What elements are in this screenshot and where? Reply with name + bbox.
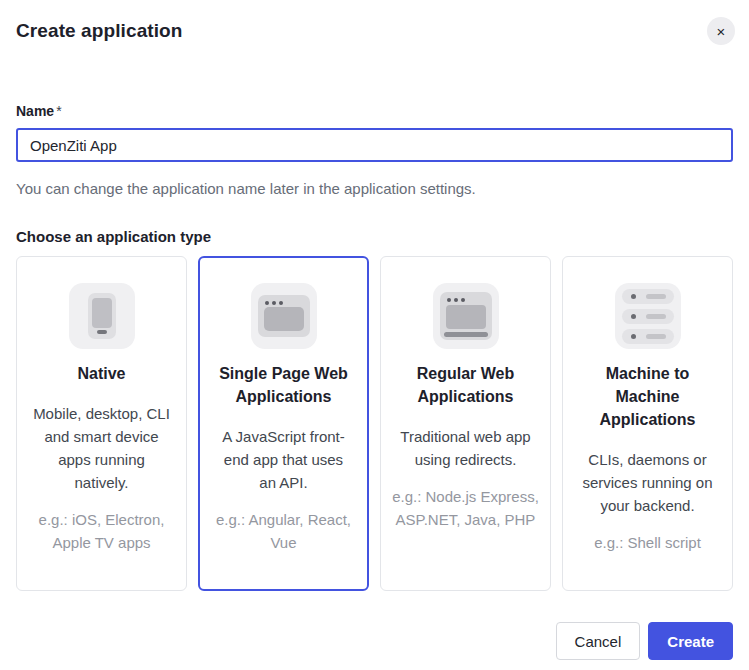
- name-help-text: You can change the application name late…: [16, 180, 733, 197]
- application-type-cards: Native Mobile, desktop, CLI and smart de…: [16, 256, 733, 591]
- card-description: A JavaScript front-end app that uses an …: [200, 425, 367, 494]
- name-label-text: Name: [16, 103, 54, 119]
- card-examples: e.g.: iOS, Electron, Apple TV apps: [17, 508, 186, 554]
- card-description: CLIs, daemons or services running on you…: [563, 448, 732, 517]
- close-button[interactable]: ×: [707, 17, 735, 45]
- card-native[interactable]: Native Mobile, desktop, CLI and smart de…: [16, 256, 187, 591]
- card-title: Native: [17, 362, 186, 385]
- close-icon: ×: [717, 24, 726, 39]
- card-examples: e.g.: Angular, React, Vue: [200, 508, 367, 554]
- card-description: Mobile, desktop, CLI and smart device ap…: [17, 402, 186, 494]
- application-type-heading: Choose an application type: [16, 228, 733, 245]
- required-asterisk: *: [56, 103, 61, 119]
- mobile-device-icon: [69, 283, 135, 349]
- card-title: Single Page Web Applications: [200, 362, 367, 408]
- create-button[interactable]: Create: [648, 622, 733, 660]
- card-machine-to-machine-applications[interactable]: Machine to Machine Applications CLIs, da…: [562, 256, 733, 591]
- card-examples: e.g.: Node.js Express, ASP.NET, Java, PH…: [381, 485, 550, 531]
- card-single-page-web-applications[interactable]: Single Page Web Applications A JavaScrip…: [198, 256, 369, 591]
- card-title: Machine to Machine Applications: [563, 362, 732, 431]
- card-title: Regular Web Applications: [381, 362, 550, 408]
- application-name-input[interactable]: [16, 128, 733, 162]
- create-application-dialog: Create application × Name* You can chang…: [0, 0, 749, 670]
- card-examples: e.g.: Shell script: [563, 531, 732, 554]
- browser-window-icon: [251, 283, 317, 349]
- server-stack-icon: [615, 283, 681, 349]
- cancel-button[interactable]: Cancel: [556, 622, 641, 660]
- dialog-footer: Cancel Create: [16, 622, 733, 660]
- card-regular-web-applications[interactable]: Regular Web Applications Traditional web…: [380, 256, 551, 591]
- card-description: Traditional web app using redirects.: [381, 425, 550, 471]
- dialog-title: Create application: [16, 0, 733, 42]
- web-server-window-icon: [433, 283, 499, 349]
- name-field-label: Name*: [16, 103, 733, 119]
